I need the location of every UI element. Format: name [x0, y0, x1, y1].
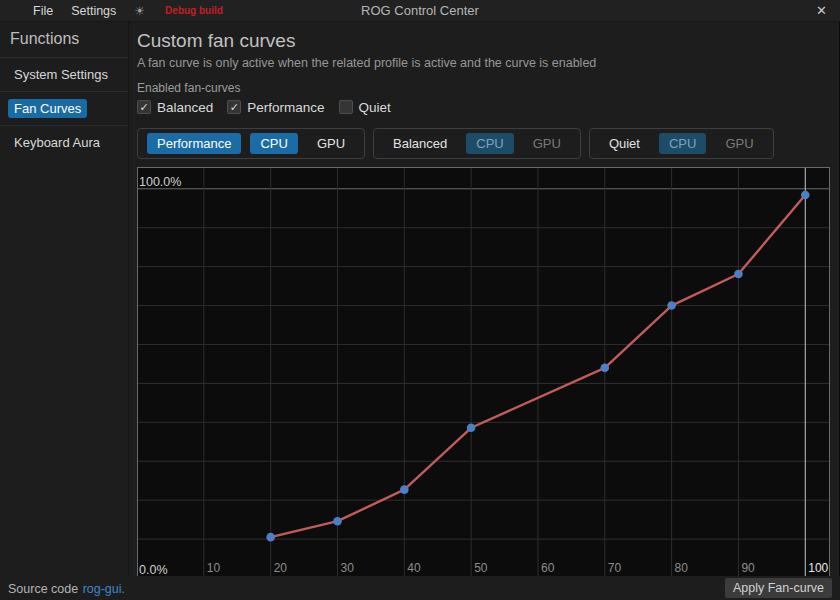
page-subtitle: A fan curve is only active when the rela… — [137, 55, 831, 71]
source-code-link[interactable]: rog-gui. — [83, 582, 125, 596]
page-title: Custom fan curves — [137, 30, 831, 52]
enabled-fan-curves-label: Enabled fan-curves — [137, 81, 831, 97]
svg-text:70: 70 — [608, 561, 622, 575]
sidebar-header: Functions — [0, 22, 128, 57]
curve-point[interactable] — [333, 517, 342, 526]
checkbox-label: Balanced — [157, 100, 213, 115]
svg-text:40: 40 — [407, 561, 421, 575]
checkbox-box: ✓ — [339, 100, 353, 114]
tab-performance[interactable]: Performance — [147, 133, 241, 155]
tab-balanced[interactable]: Balanced — [383, 133, 457, 155]
tab-group-quiet: Quiet CPU GPU — [589, 128, 774, 160]
tab-balanced-cpu[interactable]: CPU — [466, 133, 513, 155]
sidebar-item-keyboard-aura[interactable]: Keyboard Aura — [0, 125, 128, 159]
sidebar-item-label: Keyboard Aura — [8, 133, 106, 152]
svg-text:100.0%: 100.0% — [139, 175, 181, 189]
svg-text:50: 50 — [474, 561, 488, 575]
check-icon: ✓ — [139, 102, 148, 113]
enabled-checkbox-row: ✓ Balanced ✓ Performance ✓ Quiet — [137, 100, 831, 115]
svg-text:90: 90 — [741, 561, 755, 575]
svg-text:10: 10 — [207, 561, 221, 575]
check-icon: ✓ — [230, 102, 239, 113]
svg-text:60: 60 — [541, 561, 555, 575]
tab-quiet-cpu[interactable]: CPU — [659, 133, 706, 155]
theme-toggle-icon[interactable]: ☀ — [134, 4, 145, 18]
menu-file[interactable]: File — [33, 4, 53, 18]
source-code-text: Source code — [8, 582, 78, 596]
tab-quiet-gpu[interactable]: GPU — [715, 133, 763, 155]
sidebar-item-label: Fan Curves — [8, 99, 87, 118]
menu-settings[interactable]: Settings — [71, 4, 116, 18]
window-title: ROG Control Center — [0, 3, 840, 18]
curve-point[interactable] — [467, 424, 476, 433]
checkbox-performance[interactable]: ✓ Performance — [227, 100, 324, 115]
sidebar: Functions System Settings Fan Curves Key… — [0, 22, 129, 576]
titlebar: File Settings ☀ Debug build ROG Control … — [0, 0, 840, 22]
checkbox-balanced[interactable]: ✓ Balanced — [137, 100, 213, 115]
source-code-line: Source code rog-gui. — [8, 579, 125, 597]
sidebar-item-label: System Settings — [8, 65, 114, 84]
sidebar-item-fan-curves[interactable]: Fan Curves — [0, 91, 128, 125]
debug-build-badge: Debug build — [165, 5, 223, 16]
close-icon[interactable]: ✕ — [816, 3, 827, 18]
checkbox-quiet[interactable]: ✓ Quiet — [339, 100, 391, 115]
apply-fan-curve-button[interactable]: Apply Fan-curve — [725, 578, 832, 598]
fan-curves-panel: Custom fan curves A fan curve is only ac… — [129, 22, 840, 576]
rog-control-center-window: { "titlebar": { "menus": [ { "label": "F… — [0, 0, 840, 600]
fan-curve-chart[interactable]: 102030405060708090100100.0%0.0% — [137, 167, 831, 579]
curve-point[interactable] — [801, 191, 810, 200]
profile-tab-row: Performance CPU GPU Balanced CPU GPU Qui… — [137, 128, 831, 160]
statusbar: Source code rog-gui. Apply Fan-curve — [0, 576, 840, 600]
curve-point[interactable] — [600, 364, 609, 373]
svg-text:80: 80 — [675, 561, 689, 575]
tab-performance-gpu[interactable]: GPU — [307, 133, 355, 155]
checkbox-label: Performance — [247, 100, 324, 115]
curve-point[interactable] — [266, 533, 275, 542]
curve-point[interactable] — [400, 486, 409, 495]
window-content: Functions System Settings Fan Curves Key… — [0, 22, 840, 576]
curve-point[interactable] — [734, 270, 743, 279]
tab-group-performance: Performance CPU GPU — [137, 128, 365, 160]
svg-text:30: 30 — [340, 561, 354, 575]
sidebar-item-system-settings[interactable]: System Settings — [0, 57, 128, 91]
svg-text:100: 100 — [808, 561, 828, 575]
curve-point[interactable] — [667, 302, 676, 311]
checkbox-label: Quiet — [359, 100, 391, 115]
checkbox-box: ✓ — [227, 100, 241, 114]
tab-quiet[interactable]: Quiet — [599, 133, 650, 155]
tab-balanced-gpu[interactable]: GPU — [523, 133, 571, 155]
checkbox-box: ✓ — [137, 100, 151, 114]
tab-performance-cpu[interactable]: CPU — [250, 133, 297, 155]
tab-group-balanced: Balanced CPU GPU — [373, 128, 581, 160]
svg-text:20: 20 — [274, 561, 288, 575]
